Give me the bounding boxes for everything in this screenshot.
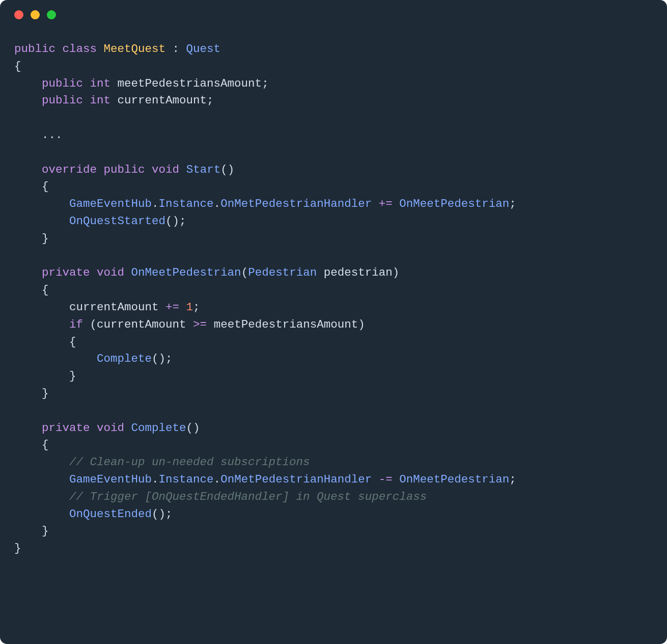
method-call: OnQuestStarted xyxy=(69,214,165,228)
identifier: OnMetPedestrianHandler xyxy=(220,473,372,486)
space xyxy=(83,94,90,107)
brace: } xyxy=(42,387,49,400)
indent xyxy=(14,77,42,90)
brace: } xyxy=(69,369,76,383)
brace: { xyxy=(69,335,76,348)
identifier: meetPedestriansAmount xyxy=(207,318,358,331)
keyword-class: class xyxy=(63,42,97,56)
code-block: public class MeetQuest : Quest { public … xyxy=(0,30,667,578)
method-name: Complete xyxy=(131,421,186,435)
indent xyxy=(14,507,69,521)
param-name: pedestrian xyxy=(317,266,393,279)
keyword-override: override xyxy=(42,163,97,176)
brace: { xyxy=(42,180,49,193)
identifier: currentAmount xyxy=(97,318,193,331)
indent xyxy=(14,283,42,297)
number-literal: 1 xyxy=(186,301,193,314)
window-close-button[interactable] xyxy=(14,10,23,19)
indent xyxy=(14,421,42,435)
indent xyxy=(14,197,69,210)
indent xyxy=(14,266,42,279)
identifier: Instance xyxy=(159,473,214,486)
window-minimize-button[interactable] xyxy=(31,10,40,19)
semicolon: ; xyxy=(165,507,173,521)
method-call: OnQuestEnded xyxy=(69,507,152,521)
identifier: OnMetPedestrianHandler xyxy=(220,197,372,210)
space xyxy=(145,163,152,176)
space xyxy=(372,197,379,210)
class-name: MeetQuest xyxy=(104,42,166,56)
brace: { xyxy=(42,438,49,451)
identifier: Instance xyxy=(159,197,214,210)
semicolon: ; xyxy=(193,301,200,314)
indent xyxy=(14,473,69,486)
indent xyxy=(14,301,69,314)
indent xyxy=(14,438,42,451)
brace: { xyxy=(42,283,49,297)
space xyxy=(124,266,131,279)
keyword-if: if xyxy=(69,318,83,331)
operator-plus-equals: += xyxy=(379,197,393,210)
space xyxy=(124,421,131,435)
parens: () xyxy=(152,352,165,365)
brace: } xyxy=(14,542,21,555)
keyword-void: void xyxy=(97,421,124,435)
indent xyxy=(14,94,42,107)
space xyxy=(83,318,90,331)
parens: () xyxy=(186,421,200,435)
paren-close: ) xyxy=(358,318,365,331)
operator-gte: >= xyxy=(193,318,207,331)
window-zoom-button[interactable] xyxy=(47,10,56,19)
identifier: currentAmount xyxy=(69,301,165,314)
space xyxy=(393,197,400,210)
keyword-void: void xyxy=(97,266,124,279)
semicolon: ; xyxy=(262,77,269,90)
dot: . xyxy=(214,197,221,210)
indent xyxy=(14,387,42,400)
space xyxy=(393,473,400,486)
indent xyxy=(14,128,42,142)
keyword-private: private xyxy=(42,421,90,435)
indent xyxy=(14,163,42,176)
paren-close: ) xyxy=(393,266,400,279)
space xyxy=(97,163,104,176)
operator-plus-equals: += xyxy=(165,301,179,314)
parens: () xyxy=(152,507,165,521)
space xyxy=(179,301,186,314)
paren-open: ( xyxy=(241,266,248,279)
comment: // Clean-up un-needed subscriptions xyxy=(69,455,310,469)
indent xyxy=(14,455,69,469)
indent xyxy=(14,335,69,348)
indent xyxy=(14,214,69,228)
keyword-public: public xyxy=(14,42,55,56)
base-class: Quest xyxy=(186,42,221,56)
identifier: GameEventHub xyxy=(69,197,152,210)
parens: () xyxy=(165,214,179,228)
identifier: OnMeetPedestrian xyxy=(399,473,509,486)
space xyxy=(90,266,97,279)
parens: () xyxy=(220,163,234,176)
field-name: currentAmount xyxy=(110,94,207,107)
dot: . xyxy=(152,473,159,486)
keyword-private: private xyxy=(42,266,90,279)
semicolon: ; xyxy=(509,473,516,486)
code-window: public class MeetQuest : Quest { public … xyxy=(0,0,667,644)
paren-open: ( xyxy=(90,318,97,331)
keyword-public: public xyxy=(104,163,145,176)
semicolon: ; xyxy=(509,197,516,210)
indent xyxy=(14,524,42,538)
ellipsis: ... xyxy=(42,128,63,142)
indent xyxy=(14,369,69,383)
punct-colon: : xyxy=(165,42,186,56)
keyword-public: public xyxy=(42,94,83,107)
indent xyxy=(14,180,42,193)
method-name: OnMeetPedestrian xyxy=(131,266,241,279)
field-name: meetPedestriansAmount xyxy=(110,77,262,90)
space xyxy=(179,163,186,176)
space xyxy=(90,421,97,435)
param-type: Pedestrian xyxy=(248,266,317,279)
space xyxy=(83,77,90,90)
identifier: GameEventHub xyxy=(69,473,152,486)
keyword-void: void xyxy=(152,163,179,176)
brace: { xyxy=(14,60,21,73)
